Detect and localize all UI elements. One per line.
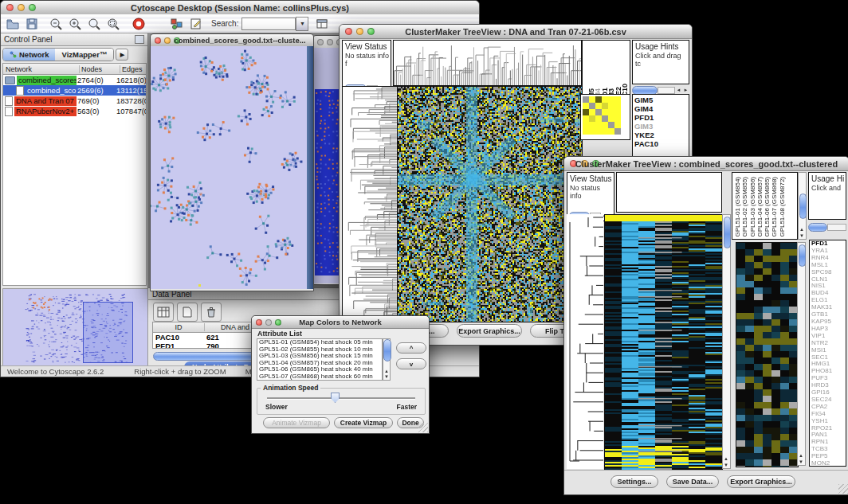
minimize-button[interactable] <box>327 39 333 45</box>
tv2-zoom-heatmap[interactable] <box>736 242 799 467</box>
close-button[interactable] <box>256 319 262 326</box>
speed-slider-thumb[interactable] <box>331 393 340 403</box>
tv2-array-labels[interactable]: GPL51-01 (GSM854)GPL51-02 (GSM855)GPL51-… <box>732 172 798 240</box>
map-colors-dialog: Map Colors to Network Attribute List GPL… <box>251 315 430 434</box>
gene-label[interactable]: GIM5 <box>633 96 689 104</box>
resize-grip[interactable] <box>418 423 428 432</box>
delete-attribute-icon[interactable] <box>201 303 222 322</box>
open-file-button[interactable] <box>4 16 22 32</box>
zoom-in-button[interactable] <box>66 16 84 32</box>
gene-label[interactable]: YKE2 <box>633 131 689 139</box>
tv2-gene-list[interactable]: PFD1YRA1RNR4MSL1SPC98CLN1NIS1BUD4ELG1MAK… <box>809 240 846 467</box>
annotation-icon-button[interactable] <box>187 16 205 32</box>
array-label[interactable]: GPL51-02 (GSM855) <box>741 177 748 237</box>
tab-more-button[interactable]: ▶ <box>116 49 128 61</box>
tv2-heatmap[interactable] <box>604 214 723 471</box>
save-button[interactable] <box>23 16 41 32</box>
attribute-browser-icon-button[interactable] <box>313 16 331 32</box>
save-data-button[interactable]: Save Data... <box>666 475 719 488</box>
close-button[interactable] <box>317 39 324 45</box>
col-edges[interactable]: Edges <box>120 65 143 73</box>
network-row-selected[interactable]: combined_sco 2569(6) 13112(15) <box>3 85 146 96</box>
gene-label[interactable]: MON2 <box>810 460 846 467</box>
zoom-button[interactable] <box>367 28 375 35</box>
vizmapper-icon-button[interactable] <box>168 16 186 32</box>
move-up-button[interactable]: ^ <box>396 342 426 354</box>
zoom-button[interactable] <box>29 4 36 11</box>
minimize-button[interactable] <box>164 37 171 44</box>
network-row-combined-scores[interactable]: combined_scores 2764(0) 16218(0) <box>3 75 146 85</box>
control-panel-tabs: Network VizMapper™ <box>2 48 114 61</box>
tv1-gene-dendrogram[interactable] <box>342 86 398 322</box>
attribute-item[interactable]: GPL51-07 (GSM868) heat shock 60 min <box>257 373 382 381</box>
tv2-gene-dendrogram[interactable] <box>567 214 603 469</box>
dialog-titlebar[interactable]: Map Colors to Network <box>252 316 429 329</box>
zoom-button[interactable] <box>174 37 180 44</box>
tab-network[interactable]: Network <box>3 49 55 61</box>
minimize-button[interactable] <box>581 160 588 167</box>
gene-label[interactable]: PFD1 <box>633 113 689 122</box>
close-button[interactable] <box>345 28 352 35</box>
search-input[interactable] <box>241 18 296 30</box>
zoom-selected-button[interactable] <box>104 16 122 32</box>
gene-label[interactable]: GIM4 <box>633 104 689 113</box>
help-icon[interactable] <box>130 16 147 32</box>
col-network[interactable]: Network <box>3 65 80 73</box>
network-overview[interactable] <box>2 288 148 368</box>
minimize-button[interactable] <box>265 319 272 326</box>
network-row-rnapuber[interactable]: RNAPuberNov2+ 563(0) 107847(0) <box>3 106 146 116</box>
tv2-heatmap-scrollbar[interactable]: ▲ ▼ <box>722 214 731 469</box>
tv1-correlation-matrix[interactable] <box>583 96 621 135</box>
resize-grip[interactable] <box>838 484 848 494</box>
array-label[interactable]: GPL51-08 (GSM872) <box>779 177 786 237</box>
folder-icon <box>5 76 15 84</box>
close-button[interactable] <box>155 37 161 44</box>
tv1-top-dendrogram[interactable] <box>393 40 582 86</box>
close-button[interactable] <box>570 160 577 167</box>
gene-label[interactable]: PAC10 <box>633 139 689 148</box>
zoom-button[interactable] <box>275 319 281 326</box>
close-button[interactable] <box>6 4 14 11</box>
document-icon <box>5 96 13 106</box>
array-label[interactable]: GPL51-01 (GSM854) <box>734 177 741 237</box>
network1-titlebar[interactable]: combined_scores_good.txt--cluste... <box>151 34 313 47</box>
new-attribute-icon[interactable] <box>177 303 198 322</box>
settings-button[interactable]: Settings... <box>610 475 658 488</box>
zoom-actual-button[interactable] <box>85 16 103 32</box>
search-dropdown-button[interactable]: ▼ <box>296 17 308 31</box>
attribute-list[interactable]: GPL51-01 (GSM854) heat shock 05 minGPL51… <box>257 338 383 381</box>
treeview1-titlebar[interactable]: ClusterMaker TreeView : DNA and Tran 07-… <box>340 25 692 39</box>
minimize-button[interactable] <box>356 28 363 35</box>
move-down-button[interactable]: v <box>396 358 426 369</box>
export-graphics-button[interactable]: Export Graphics... <box>727 475 795 488</box>
tv2-hints-scrollbar[interactable] <box>808 223 846 231</box>
minimize-button[interactable] <box>18 4 25 11</box>
tv1-hints-scrollbar[interactable]: ◄► <box>632 86 689 94</box>
attr-col-id[interactable]: ID <box>153 323 205 331</box>
speed-slider-track[interactable] <box>267 397 415 400</box>
animate-vizmap-button[interactable]: Animate Vizmap <box>263 417 330 428</box>
array-label[interactable]: GPL51-04 (GSM857) <box>756 177 764 237</box>
tv2-top-dendrogram-area[interactable] <box>616 172 722 213</box>
attribute-select-icon[interactable] <box>153 303 174 322</box>
tv2-labels-scrollbar[interactable]: ▲ ▼ <box>798 172 807 240</box>
tab-vizmapper[interactable]: VizMapper™ <box>55 49 113 61</box>
array-label[interactable]: GPL51-03 (GSM856) <box>749 177 756 237</box>
tv1-gene-list[interactable]: GIM5GIM4PFD1GIM3YKE2PAC10 <box>632 94 689 157</box>
zoom-out-button[interactable] <box>47 16 65 32</box>
col-nodes[interactable]: Nodes <box>80 65 120 73</box>
main-titlebar[interactable]: Cytoscape Desktop (Session Name: collins… <box>1 1 479 15</box>
network-row-dna-tran[interactable]: DNA and Tran 07 769(0) 183728(0) <box>3 96 146 106</box>
create-vizmap-button[interactable]: Create Vizmap <box>334 417 393 428</box>
zoom-button[interactable] <box>592 160 599 167</box>
gene-label[interactable]: GIM3 <box>633 122 689 131</box>
treeview2-titlebar[interactable]: ClusterMaker TreeView : combined_scores_… <box>564 157 848 171</box>
export-graphics-button[interactable]: Export Graphics... <box>457 324 522 338</box>
network1-canvas[interactable] <box>151 46 307 289</box>
view-status-title: View Status <box>567 173 614 183</box>
float-panel-icon[interactable] <box>135 35 144 44</box>
array-label[interactable]: GPL51-07 (GSM868) <box>771 177 778 237</box>
tv1-heatmap[interactable] <box>397 86 583 322</box>
attribute-list-scrollbar[interactable]: ▲ ▼ <box>383 338 391 381</box>
tv2-zoom-scrollbar[interactable]: ▲ ▼ <box>797 242 806 466</box>
